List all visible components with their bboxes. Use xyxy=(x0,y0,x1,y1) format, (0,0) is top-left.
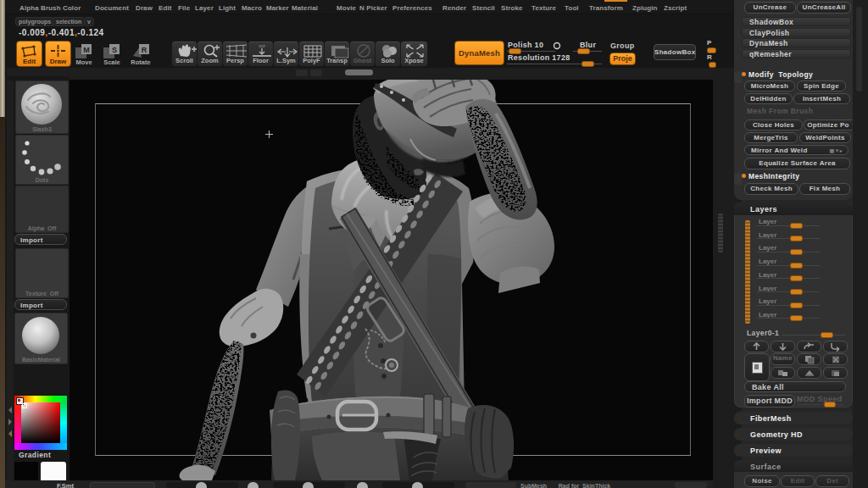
svg-text:xyz: xyz xyxy=(259,43,265,48)
svg-text:M: M xyxy=(83,46,90,54)
svg-text:S: S xyxy=(112,46,117,54)
svg-text:R: R xyxy=(142,46,147,54)
